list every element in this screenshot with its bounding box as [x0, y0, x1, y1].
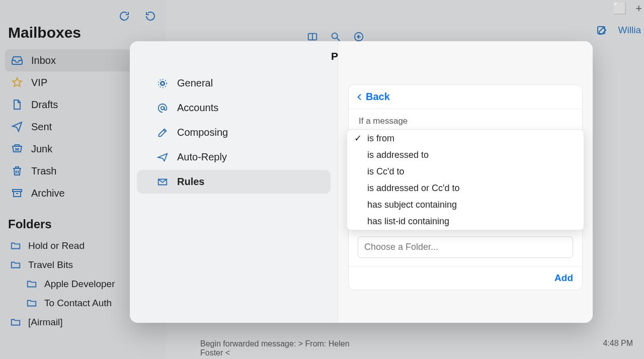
- pref-label: Auto-Reply: [177, 151, 227, 163]
- chevron-left-icon: [356, 92, 364, 103]
- envelope-icon: [157, 176, 168, 188]
- option-addressed-or-cc[interactable]: is addressed or Cc'd to: [347, 180, 584, 197]
- pref-item-autoreply[interactable]: Auto-Reply: [137, 145, 331, 169]
- option-is-from[interactable]: ✓is from: [347, 130, 584, 147]
- option-label: has list-id containing: [367, 216, 449, 227]
- condition-dropdown[interactable]: ✓is from is addressed to is Cc'd to is a…: [349, 129, 582, 230]
- back-button[interactable]: Back: [349, 85, 582, 109]
- condition-options: ✓is from is addressed to is Cc'd to is a…: [347, 129, 584, 230]
- gear-icon: [157, 78, 168, 89]
- pref-label: General: [177, 77, 213, 89]
- plane-icon: [157, 152, 168, 163]
- option-label: is addressed to: [367, 150, 429, 160]
- pref-item-composing[interactable]: Composing: [137, 121, 331, 144]
- compose-icon: [157, 127, 168, 138]
- back-label: Back: [366, 91, 390, 103]
- option-label: is addressed or Cc'd to: [367, 183, 460, 194]
- rule-editor-card: Back If a message ✓is from is addressed …: [348, 84, 583, 290]
- option-listid-containing[interactable]: has list-id containing: [347, 213, 584, 230]
- check-icon: ✓: [353, 133, 362, 144]
- option-label: is Cc'd to: [367, 166, 404, 177]
- add-button[interactable]: Add: [554, 273, 573, 284]
- preferences-modal: Preferences Done General Accounts Compos…: [130, 41, 593, 323]
- pref-label: Rules: [177, 176, 204, 188]
- option-subject-containing[interactable]: has subject containing: [347, 197, 584, 213]
- pref-item-general[interactable]: General: [137, 71, 331, 95]
- pref-label: Accounts: [177, 102, 218, 114]
- folder-select[interactable]: [358, 236, 573, 258]
- folder-input[interactable]: [358, 236, 573, 258]
- option-cc-to[interactable]: is Cc'd to: [347, 163, 584, 180]
- at-icon: [157, 103, 168, 114]
- add-row: Add: [349, 266, 582, 290]
- pref-item-rules[interactable]: Rules: [137, 170, 331, 194]
- pref-label: Composing: [177, 127, 228, 138]
- option-label: has subject containing: [367, 200, 457, 210]
- preferences-content: Back If a message ✓is from is addressed …: [338, 41, 593, 323]
- pref-item-accounts[interactable]: Accounts: [137, 96, 331, 120]
- condition-label: If a message: [349, 109, 582, 130]
- preferences-sidebar: General Accounts Composing Auto-Reply Ru…: [130, 41, 338, 323]
- option-label: is from: [367, 133, 394, 144]
- option-addressed-to[interactable]: is addressed to: [347, 147, 584, 163]
